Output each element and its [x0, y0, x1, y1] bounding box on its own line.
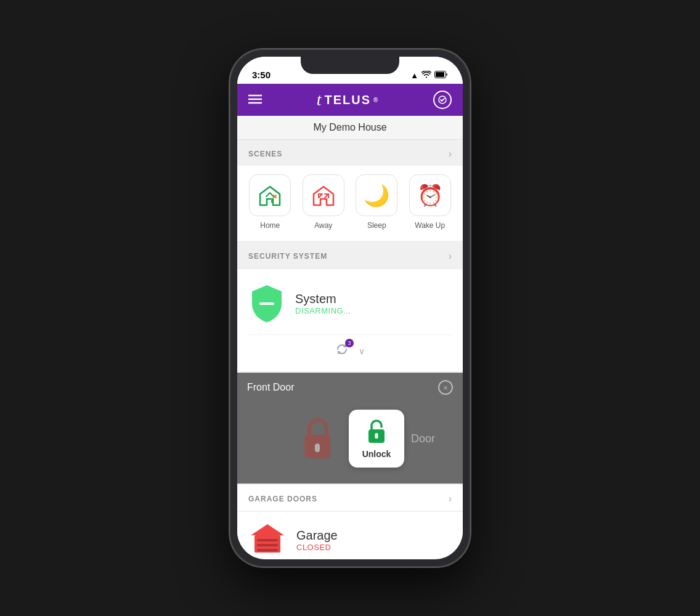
- phone-frame: 3:50 ▲: [230, 49, 470, 567]
- scene-sleep[interactable]: 🌙 Sleep: [356, 174, 397, 230]
- scene-away-icon-box: [303, 174, 344, 216]
- scene-home-icon-box: [249, 174, 291, 216]
- close-icon: ×: [443, 383, 448, 392]
- collapse-chevron-icon[interactable]: ∨: [359, 346, 365, 356]
- scenes-section-header[interactable]: SCENES ›: [237, 140, 463, 166]
- system-info: System DISARMING...: [295, 292, 351, 315]
- door-bg-label: Door: [411, 432, 435, 445]
- security-section-header[interactable]: SECURITY SYSTEM ›: [237, 242, 463, 268]
- garage-section-header[interactable]: GARAGE DOORS ›: [237, 485, 463, 511]
- svg-marker-11: [251, 524, 284, 535]
- scenes-section-title: SCENES: [248, 150, 282, 158]
- hamburger-icon[interactable]: [248, 93, 262, 107]
- phone-notch: [301, 57, 399, 74]
- garage-card: Garage CLOSED: [237, 512, 463, 557]
- telus-logo: t TELUS ®: [317, 91, 379, 108]
- scene-wakeup-label: Wake Up: [415, 221, 445, 230]
- garage-name: Garage: [296, 529, 338, 543]
- garage-chevron-icon[interactable]: ›: [449, 493, 452, 505]
- status-icons: ▲: [410, 71, 448, 80]
- house-title-bar: My Demo House: [237, 116, 463, 140]
- front-door-header: Front Door ×: [247, 380, 453, 395]
- main-content: SCENES ›: [237, 140, 463, 557]
- signal-icon: ▲: [410, 71, 418, 80]
- scene-home[interactable]: Home: [249, 174, 291, 230]
- security-footer[interactable]: 3 ∨: [248, 334, 452, 359]
- unlock-button[interactable]: Unlock: [349, 410, 404, 468]
- phone-screen: 3:50 ▲: [237, 57, 463, 559]
- scenes-container: Home Away 🌙: [237, 166, 463, 241]
- svg-rect-6: [259, 302, 274, 305]
- telus-registered: ®: [373, 97, 378, 103]
- security-section-title: SECURITY SYSTEM: [248, 252, 327, 261]
- scenes-chevron-icon[interactable]: ›: [449, 148, 452, 160]
- status-time: 3:50: [252, 70, 271, 80]
- scene-away[interactable]: Away: [303, 174, 344, 230]
- garage-content: Garage CLOSED: [237, 512, 463, 557]
- status-check-icon[interactable]: [433, 91, 452, 109]
- scene-wakeup-icon-box: ⏰: [409, 174, 451, 216]
- front-door-card: Front Door × Door: [237, 373, 463, 484]
- scene-sleep-label: Sleep: [367, 221, 386, 230]
- house-title: My Demo House: [313, 122, 386, 132]
- front-door-title: Front Door: [247, 382, 294, 393]
- svg-rect-14: [257, 544, 278, 546]
- refresh-badge-count: 3: [345, 339, 354, 347]
- shield-icon: [248, 285, 285, 322]
- telus-t-mark: t: [317, 91, 322, 108]
- front-door-close-button[interactable]: ×: [438, 380, 453, 395]
- scene-away-label: Away: [314, 221, 332, 230]
- garage-section-title: GARAGE DOORS: [248, 495, 317, 503]
- refresh-icon: 3: [335, 342, 349, 359]
- front-door-content: Door Unlock: [247, 403, 453, 474]
- system-status: DISARMING...: [295, 306, 351, 315]
- unlock-label: Unlock: [362, 449, 391, 459]
- scene-home-label: Home: [260, 221, 280, 230]
- garage-status: CLOSED: [296, 543, 338, 552]
- garage-icon: [248, 522, 287, 557]
- svg-rect-13: [257, 539, 278, 541]
- scene-wakeup[interactable]: ⏰ Wake Up: [409, 174, 451, 230]
- battery-icon: [434, 71, 448, 80]
- svg-rect-10: [375, 433, 378, 439]
- svg-rect-15: [257, 549, 278, 551]
- security-system-card: System DISARMING... 3 ∨: [237, 269, 463, 371]
- garage-info: Garage CLOSED: [296, 529, 338, 552]
- scene-sleep-icon-box: 🌙: [356, 174, 397, 216]
- wifi-icon: [421, 71, 431, 80]
- system-name: System: [295, 292, 351, 306]
- svg-rect-8: [315, 444, 320, 452]
- security-content: System DISARMING...: [248, 279, 452, 328]
- lock-bg-icon: [296, 414, 339, 463]
- telus-wordmark: TELUS: [324, 93, 371, 107]
- security-chevron-icon[interactable]: ›: [449, 251, 452, 262]
- unlock-icon: [365, 418, 388, 445]
- app-header: t TELUS ®: [237, 84, 463, 116]
- svg-rect-1: [436, 72, 444, 77]
- front-door-inner: Door Unlock: [296, 410, 404, 468]
